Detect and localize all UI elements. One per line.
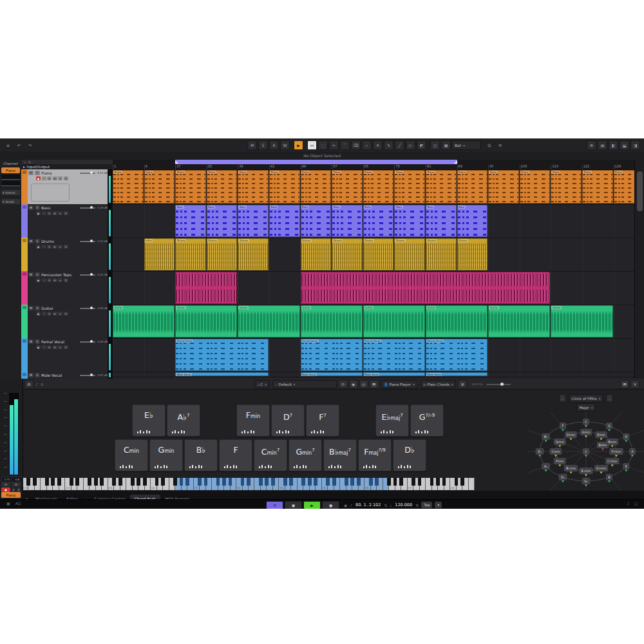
circle-node-b♭[interactable]: B♭ (542, 434, 550, 442)
grid-type-icon[interactable]: ▦ (441, 140, 451, 150)
clip-piano[interactable]: Piano (551, 170, 582, 204)
record-enable-button[interactable]: ● (1, 488, 10, 492)
piano-key-black[interactable] (33, 478, 37, 486)
piano-key-black[interactable] (430, 478, 434, 486)
piano-key-black[interactable] (314, 478, 317, 486)
scrollbar-thumb[interactable] (637, 171, 643, 211)
piano-key-black[interactable] (283, 478, 287, 486)
clip-drums[interactable]: Drums (426, 238, 457, 270)
track-row-femal-vocal[interactable]: MSFemal Vocal-3.05 dB●◦RWe≣ (21, 338, 113, 372)
clip-intro[interactable]: Intro (144, 238, 175, 270)
song-position-display[interactable]: 80. 1. 2.102 (355, 502, 381, 507)
clip-percussion-tops[interactable] (175, 272, 237, 304)
piano-key-black[interactable] (131, 478, 135, 486)
circle-node-a[interactable]: A (630, 449, 636, 457)
clip-piano[interactable]: Piano (301, 170, 332, 204)
piano-key-black[interactable] (326, 478, 330, 486)
clip-bass[interactable]: Bass (394, 205, 425, 237)
chord-pad-ebmaj7[interactable]: E♭maj7 (375, 404, 409, 437)
clip-femal-vocal[interactable]: Femal Vocal (426, 339, 488, 371)
clip-piano[interactable]: Piano (426, 170, 457, 204)
circle-node-f[interactable]: F (560, 423, 566, 431)
track-read-button[interactable]: R (47, 245, 52, 249)
circle-node-cmin[interactable]: Cmin (550, 449, 562, 457)
track-lanes-button[interactable]: ≣ (64, 211, 68, 215)
chord-pad-fmin[interactable]: Fmin (236, 404, 270, 437)
automation-r-button[interactable]: R (269, 140, 279, 150)
piano-key-black[interactable] (332, 478, 336, 486)
clip-bass[interactable]: Bass (426, 205, 457, 237)
piano-key-black[interactable] (259, 478, 263, 486)
chord-pad-fmaj7-9[interactable]: Fmaj7/9 (358, 439, 392, 471)
track-solo-button[interactable]: S (35, 239, 40, 243)
clip-male-vocal[interactable]: Male Vocal (301, 372, 363, 376)
piano-key-black[interactable] (393, 478, 397, 486)
track-volume-slider[interactable] (80, 375, 95, 376)
track-monitor-button[interactable]: ◦ (42, 211, 46, 215)
pads-preset-select[interactable]: ◦ Default (272, 380, 337, 388)
track-volume-slider[interactable] (80, 341, 95, 343)
inspector-channel[interactable]: Piano (1, 167, 20, 173)
track-edit-button[interactable]: e (58, 211, 62, 215)
clip-femal-vocal[interactable]: Femal Vocal (363, 339, 425, 371)
track-write-button[interactable]: W (53, 245, 57, 249)
piano-key-black[interactable] (229, 478, 232, 486)
clip-bass[interactable]: Bass (207, 205, 238, 237)
track-row-guitar[interactable]: MSGuitar-3.05 dB●◦RWe≣ (21, 305, 113, 339)
chord-pad-eb[interactable]: E♭ (132, 404, 166, 437)
track-edit-button[interactable]: e (58, 278, 62, 282)
chord-pad-d7[interactable]: D7 (271, 404, 305, 437)
track-volume-slider[interactable] (80, 274, 95, 276)
line-tool[interactable]: ╱ (395, 140, 404, 150)
pads-view-icon[interactable]: ≋ (41, 382, 44, 386)
sends-section[interactable]: ▾ Sends (1, 199, 20, 204)
track-write-button[interactable]: W (53, 176, 57, 180)
track-lanes-button[interactable]: ≣ (64, 176, 68, 180)
clip-drums[interactable]: Drums (175, 238, 206, 270)
chord-pad-cmin[interactable]: Cmin (115, 439, 148, 471)
clip-piano[interactable]: Piano (238, 170, 269, 204)
track-mute-button[interactable]: M (28, 339, 33, 344)
clip-bass[interactable]: Bass (363, 205, 394, 237)
track-monitor-button[interactable]: ◦ (42, 278, 46, 282)
draw-tool[interactable]: ✎ (384, 140, 393, 150)
piano-key-black[interactable] (75, 478, 79, 486)
track-monitor-button[interactable]: ◦ (42, 176, 46, 180)
track-lanes-button[interactable]: ≣ (64, 312, 68, 316)
piano-key-black[interactable] (247, 478, 251, 486)
track-mute-button[interactable]: M (28, 239, 33, 243)
chord-assistant-icon[interactable]: ♪ (35, 382, 38, 386)
circle-node-b♭min[interactable]: B♭min (564, 465, 578, 473)
chord-pad-g7-b9[interactable]: G7/♭9 (410, 404, 444, 437)
metronome-icon[interactable]: ♪ (350, 503, 352, 507)
project-menu-icon[interactable]: ≡ (3, 140, 13, 150)
piano-key-black[interactable] (455, 478, 459, 486)
redo-icon[interactable]: ↷ (25, 140, 35, 150)
chord-pad-bb[interactable]: B♭ (184, 439, 218, 471)
tempo-display[interactable]: 120.000 (395, 502, 412, 507)
clip-guitar[interactable]: Guitar (113, 305, 175, 337)
clip-male-vocal[interactable]: Male Vocal (363, 372, 425, 376)
clip-piano[interactable]: Piano (394, 170, 425, 204)
automation-s-button[interactable]: S (258, 140, 268, 150)
punch-icon[interactable]: ◉ (344, 503, 347, 507)
piano-key-black[interactable] (26, 478, 30, 486)
piano-key-black[interactable] (271, 478, 275, 486)
track-read-button[interactable]: R (47, 345, 52, 349)
piano-key-black[interactable] (375, 478, 379, 486)
track-solo-button[interactable]: S (35, 339, 40, 344)
circle-node-d♭[interactable]: D♭ (559, 474, 567, 482)
track-read-button[interactable]: R (47, 278, 52, 282)
track-solo-button[interactable]: S (35, 272, 40, 277)
track-row-percussion-tops[interactable]: MSPercussion Tops-4.41 dB●◦RWe≣ (21, 271, 113, 305)
track-monitor-button[interactable]: ◦ (42, 312, 46, 316)
clip-drums[interactable]: Drums (363, 238, 394, 270)
right-zone-icon[interactable]: ◨ (630, 140, 640, 150)
close-pads-icon[interactable]: ✕ (630, 380, 639, 388)
circle-node-c[interactable]: C (583, 419, 589, 428)
piano-key-black[interactable] (357, 478, 361, 486)
chord-pad-cmin7[interactable]: Cmin7 (254, 439, 287, 471)
piano-key-black[interactable] (412, 478, 415, 486)
vertical-scrollbar[interactable] (634, 160, 644, 379)
track-edit-button[interactable]: e (58, 345, 62, 349)
